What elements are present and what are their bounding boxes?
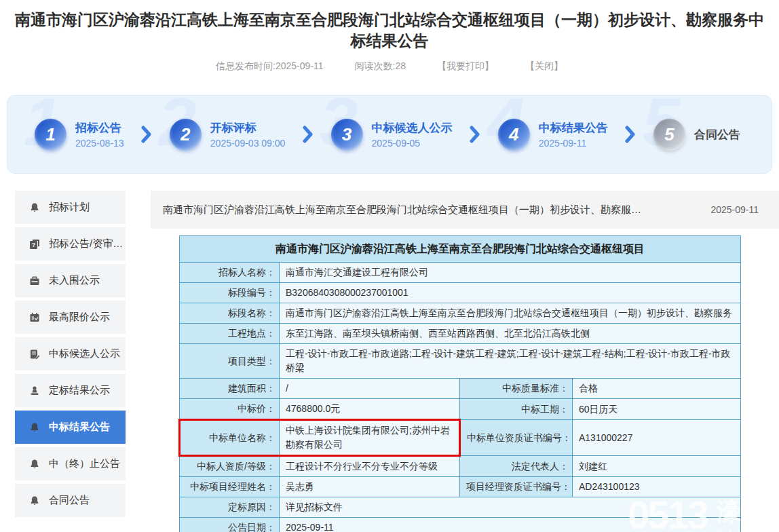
section-name-label: 标段名称： [180, 303, 280, 324]
table-row: 中标项目经理姓名： 吴志勇 项目经理资质证书编号： AD243100123 [180, 477, 741, 497]
bid-result-table: 南通市海门区沪渝蓉沿江高铁上海至南京至合肥段海门北站综合交通枢纽项目 招标人名称… [178, 235, 741, 532]
table-row: 标段编号： B3206840308000237001001 [180, 283, 741, 303]
building-area-label: 建筑面积： [180, 379, 280, 399]
step-label: 合同公告 [694, 127, 740, 142]
table-row: 工程地点： 东至江海路、南至坝头镇桥南侧、西至站西路西侧、北至北沿江高铁北侧 [180, 324, 741, 344]
sidebar-item-tender-announcement[interactable]: ? 招标公告/资审… [15, 227, 126, 261]
sidebar-item-label: 中（终）止公告 [49, 457, 120, 470]
announce-date-value: 2025-09-11 [280, 518, 741, 532]
sidebar-item-not-shortlisted[interactable]: 未入围公示 [15, 264, 126, 297]
decision-reason-value: 详见招标文件 [280, 497, 741, 518]
bell-icon [29, 495, 40, 506]
step-number-badge: 2 [170, 119, 202, 151]
tenderer-label: 招标人名称： [180, 263, 280, 283]
sidebar: 招标计划 ? 招标公告/资审… 未入围公示 最高限价公示 中标候选人公示 定标结… [15, 191, 126, 520]
table-row: 中标人资质/等级： 工程设计不分行业不分专业不分等级 法定代表人： 刘建红 [180, 456, 741, 477]
step-arrow-icon [141, 126, 152, 143]
close-button[interactable]: 【关闭】 [525, 60, 563, 73]
bid-price-label: 中标价： [180, 399, 280, 420]
sidebar-item-label: 最高限价公示 [49, 311, 110, 324]
table-row: 建筑面积： / 中标质量标准： 合格 [180, 379, 741, 399]
step-date: 2025-08-13 [75, 138, 124, 149]
sidebar-item-decision-publicity[interactable]: 定标结果公示 [15, 374, 126, 407]
winner-label: 中标单位名称： [180, 420, 280, 456]
quality-standard-value: 合格 [573, 379, 741, 399]
sidebar-item-tender-plan[interactable]: 招标计划 [15, 191, 126, 224]
step-arrow-icon [470, 126, 480, 143]
sidebar-item-termination-announcement[interactable]: 中（终）止公告 [15, 447, 126, 480]
doc-edit-icon [29, 349, 40, 360]
svg-text:?: ? [32, 242, 36, 248]
step-candidate-publicity: 3 3 中标候选人公示 2025-09-05 [331, 119, 453, 151]
section-name-value: 南通市海门区沪渝蓉沿江高铁上海至南京至合肥段海门北站综合交通枢纽项目（一期）初步… [280, 303, 741, 324]
meta-row: 信息发布时间:2025-09-11 阅读次数:28 【我要打印】 【关闭】 [0, 60, 779, 73]
table-row: 中标价： 4768800.0元 中标工期： 60日历天 [180, 399, 741, 420]
sidebar-item-label: 未入围公示 [49, 274, 100, 287]
announcement-date: 2025-09-11 [710, 204, 759, 215]
legal-rep-value: 刘建红 [573, 456, 741, 477]
project-manager-label: 中标项目经理姓名： [180, 477, 280, 497]
bell-icon [29, 459, 40, 470]
qualification-value: 工程设计不分行业不分专业不分等级 [280, 456, 460, 477]
table-title-row: 南通市海门区沪渝蓉沿江高铁上海至南京至合肥段海门北站综合交通枢纽项目 [180, 236, 741, 263]
step-bid-opening: 2 2 开标评标 2025-09-03 09:00 [170, 119, 286, 151]
quality-standard-label: 中标质量标准： [460, 379, 573, 399]
announcement-list-row[interactable]: 南通市海门区沪渝蓉沿江高铁上海至南京至合肥段海门北站综合交通枢纽项目（一期）初步… [151, 191, 779, 229]
table-row: 招标人名称： 南通市海汇交通建设工程有限公司 [180, 263, 741, 283]
bell-icon [29, 422, 40, 433]
decision-reason-label: 定标原因： [180, 497, 280, 518]
winner-cert-label: 中标单位资质证书编号： [460, 420, 573, 456]
process-stepper: 1 1 招标公告 2025-08-13 2 2 开标评标 2025-09-03 … [7, 95, 772, 174]
sidebar-item-contract-announcement[interactable]: 合同公告 [15, 484, 126, 517]
doc-question-icon: ? [29, 239, 40, 250]
section-no-label: 标段编号： [180, 283, 280, 303]
briefcase-icon [29, 276, 40, 286]
step-date: 2025-09-03 09:00 [210, 138, 286, 149]
bell-icon [29, 202, 40, 213]
tenderer-value: 南通市海汇交通建设工程有限公司 [280, 263, 741, 283]
step-tender-announcement: 1 1 招标公告 2025-08-13 [35, 119, 124, 151]
sidebar-item-candidate-publicity[interactable]: 中标候选人公示 [15, 337, 126, 370]
location-value: 东至江海路、南至坝头镇桥南侧、西至站西路西侧、北至北沿江高铁北侧 [280, 324, 741, 344]
publish-time: 信息发布时间:2025-09-11 [216, 60, 323, 73]
step-number-badge: 5 [653, 119, 685, 151]
pm-cert-value: AD243100123 [573, 477, 741, 497]
print-button[interactable]: 【我要打印】 [437, 60, 494, 73]
step-result-announcement: 4 4 中标结果公告 2025-09-11 [498, 119, 608, 151]
step-number-badge: 4 [498, 119, 530, 151]
announce-date-label: 公告日期： [180, 518, 280, 532]
step-label: 中标候选人公示 [372, 120, 453, 136]
sidebar-item-label: 招标计划 [49, 201, 90, 214]
winner-cert-value: A131000227 [573, 420, 741, 456]
sidebar-item-label: 合同公告 [49, 494, 90, 507]
duration-value: 60日历天 [573, 399, 741, 420]
sidebar-item-result-announcement[interactable]: 中标结果公告 [15, 411, 126, 444]
legal-rep-label: 法定代表人： [460, 456, 573, 477]
project-type-value: 工程-设计-市政工程-市政道路;工程-设计-建筑工程-建筑;工程-设计-建筑工程… [280, 344, 741, 379]
project-manager-value: 吴志勇 [280, 477, 460, 497]
winner-value-highlighted: 中铁上海设计院集团有限公司;苏州中岩勘察有限公司 [280, 420, 460, 456]
table-row-winner: 中标单位名称： 中铁上海设计院集团有限公司;苏州中岩勘察有限公司 中标单位资质证… [180, 420, 741, 456]
step-date: 2025-09-05 [372, 138, 453, 149]
table-row: 定标原因： 详见招标文件 [180, 497, 741, 518]
step-date: 2025-09-11 [539, 138, 608, 149]
page-title: 南通市海门区沪渝蓉沿江高铁上海至南京至合肥段海门北站综合交通枢纽项目（一期）初步… [10, 10, 770, 52]
sidebar-item-max-price[interactable]: 最高限价公示 [15, 301, 126, 334]
bid-price-value: 4768800.0元 [280, 399, 460, 420]
calendar-check-icon [29, 312, 40, 323]
announcement-title[interactable]: 南通市海门区沪渝蓉沿江高铁上海至南京至合肥段海门北站综合交通枢纽项目（一期）初步… [163, 204, 641, 216]
table-row: 项目类型： 工程-设计-市政工程-市政道路;工程-设计-建筑工程-建筑;工程-设… [180, 344, 741, 379]
table-row: 公告日期： 2025-09-11 [180, 518, 741, 532]
step-label: 招标公告 [75, 120, 124, 136]
duration-label: 中标工期： [460, 399, 573, 420]
location-label: 工程地点： [180, 324, 280, 344]
main-content: 南通市海门区沪渝蓉沿江高铁上海至南京至合肥段海门北站综合交通枢纽项目（一期）初步… [151, 191, 779, 532]
sidebar-item-label: 中标候选人公示 [49, 347, 120, 360]
step-arrow-icon [625, 126, 636, 143]
table-row: 标段名称： 南通市海门区沪渝蓉沿江高铁上海至南京至合肥段海门北站综合交通枢纽项目… [180, 303, 741, 324]
step-number-badge: 1 [35, 119, 66, 151]
section-no-value: B3206840308000237001001 [280, 283, 741, 303]
sidebar-item-label: 招标公告/资审… [49, 238, 123, 250]
table-title: 南通市海门区沪渝蓉沿江高铁上海至南京至合肥段海门北站综合交通枢纽项目 [180, 236, 741, 263]
building-area-value: / [280, 379, 460, 399]
